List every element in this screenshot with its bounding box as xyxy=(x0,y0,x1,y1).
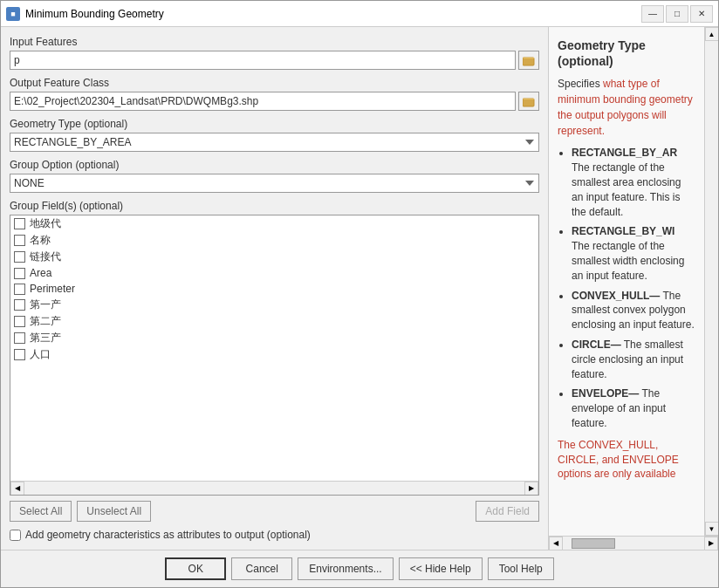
list-item-label: 名称 xyxy=(30,233,51,248)
list-item[interactable]: 第二产 xyxy=(10,313,538,330)
right-list-item: RECTANGLE_BY_AR The rectangle of the sma… xyxy=(572,146,695,219)
unselect-all-button[interactable]: Unselect All xyxy=(77,501,151,522)
right-scroll-thumb[interactable] xyxy=(572,538,615,549)
right-content: Geometry Type (optional) Specifies what … xyxy=(549,27,704,536)
group-fields-listbox: 地级代名称链接代AreaPerimeter第一产第二产第三产人口 ◀ ▶ xyxy=(10,215,539,496)
right-panel-note: The CONVEX_HULL, CIRCLE, and ENVELOPE op… xyxy=(558,438,695,482)
list-item-label: 地级代 xyxy=(30,216,61,231)
hscroll-track[interactable] xyxy=(24,482,524,496)
list-item-checkbox[interactable] xyxy=(14,268,25,279)
window-title: Minimum Bounding Geometry xyxy=(25,8,641,20)
list-item-label: Perimeter xyxy=(30,283,75,295)
right-panel-title: Geometry Type (optional) xyxy=(558,38,695,69)
left-panel: Input Features Output Feature Class xyxy=(1,27,548,550)
add-geometry-row: Add geometry characteristics as attribut… xyxy=(10,529,539,541)
right-scroll-track[interactable] xyxy=(563,537,704,550)
geometry-type-label: Geometry Type (optional) xyxy=(10,118,539,130)
right-scroll-up-arrow[interactable]: ▲ xyxy=(705,27,719,41)
add-geometry-label[interactable]: Add geometry characteristics as attribut… xyxy=(25,529,311,541)
scroll-right-arrow[interactable]: ▶ xyxy=(524,482,538,496)
list-item-label: 第三产 xyxy=(30,331,61,345)
list-item[interactable]: 第三产 xyxy=(10,330,538,346)
cancel-button[interactable]: Cancel xyxy=(231,557,292,580)
list-item[interactable]: 第一产 xyxy=(10,297,538,313)
list-item-label: Area xyxy=(30,267,51,279)
title-bar-buttons: — □ ✕ xyxy=(641,5,713,23)
list-item[interactable]: Area xyxy=(10,265,538,281)
footer: OK Cancel Environments... << Hide Help T… xyxy=(1,550,718,587)
list-item-label: 第二产 xyxy=(30,314,61,329)
folder-icon-2 xyxy=(523,95,535,107)
group-option-select[interactable]: NONE ALL LIST xyxy=(10,174,539,193)
content-area: Input Features Output Feature Class xyxy=(1,27,718,550)
right-panel: Geometry Type (optional) Specifies what … xyxy=(548,27,718,550)
right-list-item: ENVELOPE— The envelope of an input featu… xyxy=(572,386,695,430)
group-option-row: NONE ALL LIST xyxy=(10,174,539,193)
right-list-item: CONVEX_HULL— The smallest convex polygon… xyxy=(572,289,695,332)
list-item-label: 人口 xyxy=(30,347,51,362)
right-scroll-left-arrow[interactable]: ◀ xyxy=(549,537,563,550)
right-scroll-down-arrow[interactable]: ▼ xyxy=(705,522,719,536)
add-geometry-checkbox[interactable] xyxy=(10,530,21,541)
minimize-button[interactable]: — xyxy=(641,5,664,23)
list-item-checkbox[interactable] xyxy=(14,299,25,311)
group-fields-list: 地级代名称链接代AreaPerimeter第一产第二产第三产人口 xyxy=(10,215,538,481)
right-bottom-scrollbar[interactable]: ◀ ▶ xyxy=(549,536,718,550)
scroll-left-arrow[interactable]: ◀ xyxy=(10,482,24,496)
maximize-button[interactable]: □ xyxy=(666,5,688,23)
right-scroll-container: Geometry Type (optional) Specifies what … xyxy=(549,27,718,536)
hide-help-button[interactable]: << Hide Help xyxy=(399,557,483,580)
group-fields-label: Group Field(s) (optional) xyxy=(10,200,539,212)
right-list-item: CIRCLE— The smallest circle enclosing an… xyxy=(572,338,695,381)
environments-button[interactable]: Environments... xyxy=(298,557,393,580)
folder-icon xyxy=(523,54,535,66)
list-item-checkbox[interactable] xyxy=(14,235,25,246)
geometry-type-row: RECTANGLE_BY_AREA RECTANGLE_BY_WIDTH CON… xyxy=(10,133,539,152)
geometry-type-select[interactable]: RECTANGLE_BY_AREA RECTANGLE_BY_WIDTH CON… xyxy=(10,133,539,152)
output-feature-class-browse-button[interactable] xyxy=(518,92,539,111)
list-item-checkbox[interactable] xyxy=(14,332,25,344)
list-item-label: 第一产 xyxy=(30,297,61,312)
list-item-checkbox[interactable] xyxy=(14,316,25,327)
svg-rect-1 xyxy=(523,99,534,106)
list-item[interactable]: 链接代 xyxy=(10,249,538,265)
ok-button[interactable]: OK xyxy=(165,557,226,580)
list-item-checkbox[interactable] xyxy=(14,218,25,229)
output-feature-class-row xyxy=(10,92,539,111)
main-window: ■ Minimum Bounding Geometry — □ ✕ Input … xyxy=(0,0,719,588)
input-features-row xyxy=(10,51,539,70)
add-field-button[interactable]: Add Field xyxy=(476,501,539,522)
list-item-label: 链接代 xyxy=(30,250,61,264)
list-item[interactable]: Perimeter xyxy=(10,281,538,297)
right-scroll-right-arrow[interactable]: ▶ xyxy=(704,537,718,550)
list-item-checkbox[interactable] xyxy=(14,251,25,263)
list-item-checkbox[interactable] xyxy=(14,349,25,360)
title-bar: ■ Minimum Bounding Geometry — □ ✕ xyxy=(1,1,718,27)
right-panel-list: RECTANGLE_BY_AR The rectangle of the sma… xyxy=(558,146,695,430)
group-option-label: Group Option (optional) xyxy=(10,159,539,171)
select-all-button[interactable]: Select All xyxy=(10,501,72,522)
input-features-browse-button[interactable] xyxy=(518,51,539,70)
window-icon: ■ xyxy=(6,7,20,21)
right-list-item: RECTANGLE_BY_WI The rectangle of the sma… xyxy=(572,224,695,283)
list-item[interactable]: 地级代 xyxy=(10,215,538,232)
svg-rect-0 xyxy=(523,58,534,65)
input-features-label: Input Features xyxy=(10,36,539,48)
list-item[interactable]: 名称 xyxy=(10,232,538,249)
field-action-buttons: Select All Unselect All Add Field xyxy=(10,501,539,522)
right-panel-body: Specifies what type of minimum bounding … xyxy=(558,76,695,139)
horizontal-scrollbar[interactable]: ◀ ▶ xyxy=(10,481,538,495)
input-features-field[interactable] xyxy=(10,51,516,70)
output-feature-class-field[interactable] xyxy=(10,92,516,111)
close-button[interactable]: ✕ xyxy=(690,5,713,23)
list-item[interactable]: 人口 xyxy=(10,346,538,363)
list-item-checkbox[interactable] xyxy=(14,284,25,295)
output-feature-class-label: Output Feature Class xyxy=(10,77,539,89)
tool-help-button[interactable]: Tool Help xyxy=(488,557,554,580)
right-vertical-scrollbar[interactable]: ▲ ▼ xyxy=(704,27,718,536)
